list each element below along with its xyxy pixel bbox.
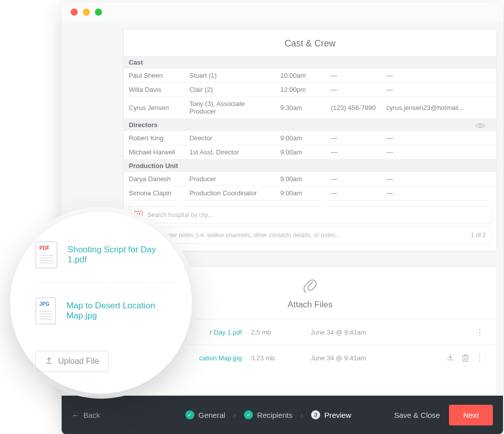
- step-label: General: [198, 411, 225, 419]
- file-size: 2.5 mb: [251, 329, 301, 336]
- cell-time: 9:00am: [275, 172, 326, 186]
- table-row: Paul Sheen Stuart (1) 10:00am — —: [124, 69, 496, 83]
- cell-phone: —: [326, 83, 381, 97]
- table-row: Robert King Director 9:00am — —: [124, 131, 496, 145]
- hospital-placeholder: Search hospital by city....: [147, 211, 215, 219]
- file-size: 3.23 mb: [251, 354, 301, 362]
- cell-email: —: [381, 69, 496, 83]
- back-button[interactable]: ← Back: [72, 411, 142, 419]
- file-date: June 34 @ 9:41am: [311, 329, 467, 336]
- step-general[interactable]: ✓ General: [185, 410, 225, 419]
- cell-phone: —: [326, 172, 381, 186]
- table-row: Darya Danesh Producer 9:00am — —: [124, 172, 496, 186]
- eye-icon[interactable]: [475, 122, 485, 131]
- cell-role: Clair (2): [184, 83, 275, 97]
- cell-role: Producer: [184, 172, 275, 186]
- cell-name: Cyrus Jensen: [124, 97, 184, 119]
- cell-role: Tony (3), Associate Producer: [184, 97, 275, 119]
- file-type-icon: PDF: [35, 241, 58, 268]
- cell-email: —: [381, 131, 496, 145]
- upload-icon: [45, 356, 53, 366]
- cell-phone: —: [326, 69, 381, 83]
- wizard-steps: ✓ General › ✓ Recipients › 3 Preview: [142, 410, 394, 419]
- step-label: Recipients: [257, 411, 292, 419]
- group-header-cast: Cast: [124, 56, 496, 69]
- more-icon[interactable]: ⋯: [475, 328, 486, 336]
- window-close-dot[interactable]: [71, 9, 78, 16]
- svg-point-0: [479, 125, 482, 127]
- hospital-icon: H: [134, 211, 142, 219]
- cell-name: Robert King: [124, 131, 184, 145]
- trash-icon[interactable]: [462, 354, 469, 362]
- cell-name: Paul Sheen: [124, 69, 184, 83]
- table-row: Willa Davis Clair (2) 12:00pm — —: [124, 83, 496, 97]
- step-number-badge: 3: [311, 410, 320, 419]
- table-row: Michael Harwell 1st Asst. Director 9:00a…: [124, 145, 496, 159]
- hospital-search-input[interactable]: H Search hospital by city....: [129, 206, 491, 224]
- cell-role: Production Coordinator: [184, 186, 275, 200]
- table-row: Cyrus Jensen Tony (3), Associate Produce…: [124, 97, 496, 119]
- arrow-left-icon: ←: [72, 411, 79, 419]
- sheet-title: Cast & Crew: [124, 29, 496, 56]
- upload-file-button[interactable]: Upload File: [35, 351, 109, 372]
- group-header-directors: Directors: [124, 119, 496, 132]
- window-minimize-dot[interactable]: [83, 9, 90, 16]
- save-and-close-button[interactable]: Save & Close: [394, 411, 440, 419]
- footer-placeholder: Enter footer notes (i.e. walkie channels…: [145, 232, 341, 239]
- crew-table: Cast Paul Sheen Stuart (1) 10:00am — — W…: [124, 56, 496, 200]
- window-zoom-dot[interactable]: [95, 9, 102, 16]
- step-label: Preview: [324, 411, 351, 419]
- download-icon[interactable]: [446, 353, 455, 363]
- cell-email: —: [381, 145, 496, 159]
- check-icon: ✓: [185, 410, 194, 419]
- cell-role: Stuart (1): [184, 69, 275, 83]
- cell-email: cyrus.jensen23@hotmail…: [381, 97, 496, 119]
- cell-email: —: [381, 186, 496, 200]
- cell-phone: (123) 456-7890: [326, 97, 381, 119]
- wizard-bottom-bar: ← Back ✓ General › ✓ Recipients › 3 Prev…: [62, 396, 503, 434]
- group-header-production: Production Unit: [124, 159, 496, 173]
- more-icon[interactable]: ⋯: [475, 354, 486, 362]
- cell-email: —: [381, 172, 496, 186]
- cell-phone: —: [326, 186, 381, 200]
- window-titlebar: [62, 3, 503, 22]
- cell-phone: —: [326, 145, 381, 159]
- cell-name: Michael Harwell: [124, 145, 184, 159]
- check-icon: ✓: [244, 410, 253, 419]
- file-ext-badge: PDF: [39, 245, 49, 251]
- cell-time: 9:30am: [275, 97, 326, 119]
- step-recipients[interactable]: ✓ Recipients: [244, 410, 292, 419]
- file-date: June 34 @ 9:41am: [311, 354, 437, 362]
- file-name[interactable]: Shooting Script for Day 1.pdf: [68, 245, 177, 265]
- next-button[interactable]: Next: [449, 405, 493, 425]
- footer-notes-input[interactable]: ✻ Enter footer notes (i.e. walkie channe…: [129, 227, 491, 244]
- upload-label: Upload File: [58, 357, 99, 366]
- zoom-lens-overlay: PDF Shooting Script for Day 1.pdf JPG Ma…: [10, 212, 192, 394]
- file-row: cation Map.jpg 3.23 mb June 34 @ 9:41am …: [124, 345, 496, 370]
- callsheet-card: Cast & Crew Cast Paul Sheen Stuart (1) 1…: [123, 29, 497, 251]
- file-row: PDF Shooting Script for Day 1.pdf: [35, 227, 177, 283]
- file-type-icon: JPG: [35, 297, 56, 324]
- cell-name: Darya Danesh: [124, 172, 184, 186]
- page-count: 1 of 2: [471, 232, 486, 239]
- cell-phone: —: [326, 131, 381, 145]
- chevron-right-icon: ›: [233, 411, 236, 419]
- file-row: JPG Map to Desert Location Map.jpg: [35, 283, 177, 339]
- cell-name: Willa Davis: [124, 83, 184, 97]
- back-label: Back: [83, 411, 100, 419]
- step-preview[interactable]: 3 Preview: [311, 410, 351, 419]
- file-ext-badge: JPG: [39, 301, 49, 307]
- cell-time: 12:00pm: [275, 83, 326, 97]
- file-name[interactable]: Map to Desert Location Map.jpg: [66, 301, 177, 321]
- cell-email: —: [381, 83, 496, 97]
- table-row: Simona Clapin Production Coordinator 9:0…: [124, 186, 496, 200]
- cell-time: 9:00am: [275, 145, 326, 159]
- cell-time: 9:00am: [275, 186, 326, 200]
- cell-role: Director: [184, 131, 275, 145]
- cell-name: Simona Clapin: [124, 186, 184, 200]
- cell-role: 1st Asst. Director: [184, 145, 275, 159]
- cell-time: 9:00am: [275, 131, 326, 145]
- cell-time: 10:00am: [275, 69, 326, 83]
- chevron-right-icon: ›: [300, 411, 303, 419]
